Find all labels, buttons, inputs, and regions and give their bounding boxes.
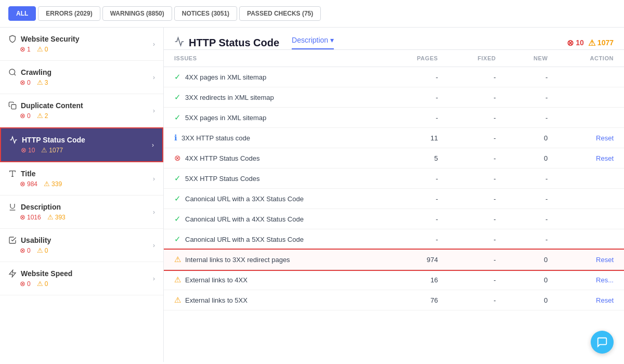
speed-icon xyxy=(8,269,17,278)
action-cell xyxy=(558,87,624,108)
new-cell: - xyxy=(506,189,558,209)
description-button[interactable]: Description ▾ xyxy=(292,36,334,49)
sidebar-item-label-website-security: Website Security xyxy=(21,35,80,43)
sidebar-warning-count-website-security: ⚠ 0 xyxy=(37,45,48,53)
header-warning-icon: ⚠ xyxy=(588,38,595,48)
new-cell: 0 xyxy=(506,290,558,310)
action-cell xyxy=(558,189,624,209)
sidebar-item-website-speed[interactable]: Website Speed⊗ 0⚠ 0› xyxy=(0,262,163,295)
action-cell[interactable]: Reset xyxy=(558,290,624,310)
chevron-right-icon: › xyxy=(153,175,155,183)
fixed-cell: - xyxy=(448,148,506,168)
sidebar-warning-count-title: ⚠ 339 xyxy=(44,180,62,188)
table-row: ⊗4XX HTTP Status Codes5-0Reset xyxy=(164,148,624,168)
action-cell[interactable]: Reset xyxy=(558,128,624,148)
reset-link[interactable]: Reset xyxy=(596,296,614,304)
sidebar-error-count-usability: ⊗ 0 xyxy=(20,246,31,254)
search-icon xyxy=(8,68,17,76)
sidebar-error-count-website-speed: ⊗ 0 xyxy=(20,280,31,288)
sidebar-item-http-status-code[interactable]: HTTP Status Code⊗ 10⚠ 1077› xyxy=(0,127,163,162)
issue-label: Canonical URL with a 5XX Status Code xyxy=(185,236,304,243)
warning-icon: ⚠ xyxy=(174,275,181,284)
pages-cell: - xyxy=(386,209,448,229)
table-row: ✓3XX redirects in XML sitemap--- xyxy=(164,87,624,108)
chevron-right-icon: › xyxy=(153,209,155,216)
fixed-cell: - xyxy=(448,290,506,310)
activity-icon xyxy=(174,36,185,49)
col-issues: ISSUES xyxy=(164,50,386,67)
fixed-cell: - xyxy=(448,128,506,148)
main-layout: Website Security⊗ 1⚠ 0›Crawling⊗ 0⚠ 3›Du… xyxy=(0,28,624,362)
check-icon: ✓ xyxy=(174,93,181,102)
sidebar-warning-count-website-speed: ⚠ 0 xyxy=(37,280,48,288)
action-cell[interactable]: Reset xyxy=(558,148,624,168)
issue-label: 5XX pages in XML sitemap xyxy=(185,114,266,122)
new-cell: - xyxy=(506,67,558,87)
filter-btn-warnings[interactable]: WARNINGS (8850) xyxy=(102,6,172,21)
table-row: ⚠External links to 4XX16-0Res... xyxy=(164,270,624,290)
table-row: ✓5XX HTTP Status Codes--- xyxy=(164,168,624,189)
check-icon: ✓ xyxy=(174,113,181,122)
pages-cell: 11 xyxy=(386,128,448,148)
filter-btn-passed[interactable]: PASSED CHECKS (75) xyxy=(239,6,321,21)
table-row: ℹ3XX HTTP status code11-0Reset xyxy=(164,128,624,148)
table-row: ✓4XX pages in XML sitemap--- xyxy=(164,67,624,87)
svg-rect-2 xyxy=(11,105,16,109)
issue-label: Canonical URL with a 4XX Status Code xyxy=(185,215,304,223)
reset-link[interactable]: Reset xyxy=(596,256,614,264)
sidebar-warning-count-duplicate-content: ⚠ 2 xyxy=(37,112,48,120)
sidebar-item-description[interactable]: Description⊗ 1016⚠ 393› xyxy=(0,196,163,229)
issue-label: External links to 4XX xyxy=(185,276,248,284)
new-cell: 0 xyxy=(506,270,558,290)
filter-btn-errors[interactable]: ERRORS (2029) xyxy=(38,6,100,21)
reset-link[interactable]: Reset xyxy=(596,134,614,142)
sidebar-item-title[interactable]: Title⊗ 984⚠ 339› xyxy=(0,162,163,196)
copy-icon xyxy=(8,101,17,110)
issue-label: 3XX HTTP status code xyxy=(181,134,250,142)
chat-button[interactable] xyxy=(591,331,614,354)
header-error-icon: ⊗ xyxy=(567,38,574,48)
pages-cell: 974 xyxy=(386,250,448,270)
new-cell: - xyxy=(506,209,558,229)
header-warning-stat: ⚠ 1077 xyxy=(588,38,614,48)
warning-icon: ⚠ xyxy=(174,295,181,305)
table-row: ⚠External links to 5XX76-0Reset xyxy=(164,290,624,310)
reset-link[interactable]: Reset xyxy=(596,154,614,162)
new-cell: - xyxy=(506,229,558,250)
error-icon: ⊗ xyxy=(174,153,181,163)
page-title: HTTP Status Code xyxy=(189,37,279,49)
new-cell: - xyxy=(506,87,558,108)
text-icon xyxy=(8,170,17,178)
chevron-right-icon: › xyxy=(153,74,155,81)
filter-btn-notices[interactable]: NOTICES (3051) xyxy=(174,6,237,21)
sidebar: Website Security⊗ 1⚠ 0›Crawling⊗ 0⚠ 3›Du… xyxy=(0,28,164,362)
sidebar-item-duplicate-content[interactable]: Duplicate Content⊗ 0⚠ 2› xyxy=(0,94,163,127)
fixed-cell: - xyxy=(448,250,506,270)
sidebar-item-usability[interactable]: Usability⊗ 0⚠ 0› xyxy=(0,229,163,262)
action-cell xyxy=(558,67,624,87)
chevron-right-icon: › xyxy=(152,141,154,149)
col-pages: PAGES xyxy=(386,50,448,67)
check-icon: ✓ xyxy=(174,174,181,183)
col-fixed: FIXED xyxy=(448,50,506,67)
sidebar-item-website-security[interactable]: Website Security⊗ 1⚠ 0› xyxy=(0,28,163,61)
issue-label: 4XX HTTP Status Codes xyxy=(185,154,260,162)
fixed-cell: - xyxy=(448,67,506,87)
pages-cell: - xyxy=(386,87,448,108)
issue-label: External links to 5XX xyxy=(185,296,248,304)
action-cell[interactable]: Reset xyxy=(558,250,624,270)
table-row: ✓5XX pages in XML sitemap--- xyxy=(164,108,624,128)
col-new: NEW xyxy=(506,50,558,67)
sidebar-item-crawling[interactable]: Crawling⊗ 0⚠ 3› xyxy=(0,61,163,94)
reset-link[interactable]: Res... xyxy=(596,276,614,284)
action-cell[interactable]: Res... xyxy=(558,270,624,290)
check-icon: ✓ xyxy=(174,194,181,203)
issue-label: Canonical URL with a 3XX Status Code xyxy=(185,195,304,203)
action-cell xyxy=(558,108,624,128)
check-icon: ✓ xyxy=(174,72,181,82)
pages-cell: - xyxy=(386,229,448,250)
check-icon: ✓ xyxy=(174,214,181,224)
shield-icon xyxy=(8,35,17,43)
action-cell xyxy=(558,209,624,229)
filter-btn-all[interactable]: ALL xyxy=(8,6,36,21)
